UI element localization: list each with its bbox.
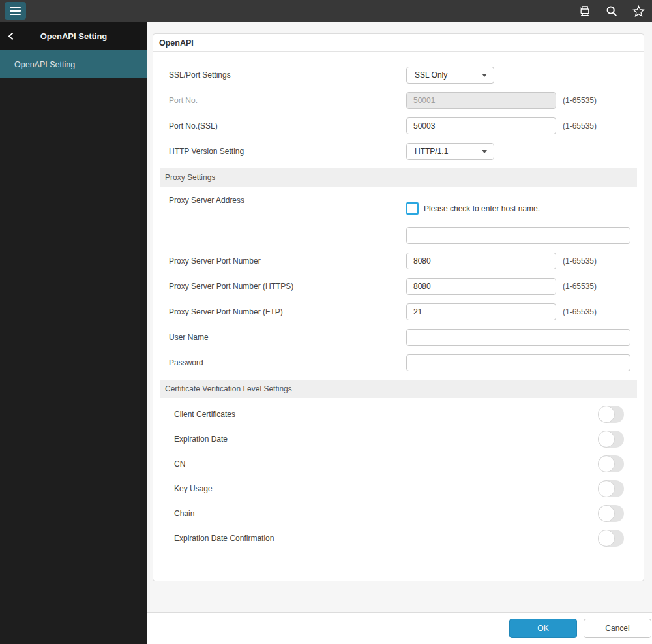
toggle-knob xyxy=(598,505,615,522)
proxy-server-address-row: Proxy Server Address Please check to ent… xyxy=(153,196,644,244)
expiration-date-confirmation-label: Expiration Date Confirmation xyxy=(153,534,598,543)
user-name-row: User Name xyxy=(153,329,644,346)
search-icon[interactable] xyxy=(604,4,619,18)
proxy-server-address-input[interactable] xyxy=(406,227,630,244)
device-printer-icon[interactable] xyxy=(578,4,592,18)
port-no-input xyxy=(406,92,556,109)
proxy-port-ftp-label: Proxy Server Port Number (FTP) xyxy=(153,307,406,316)
port-no-hint: (1-65535) xyxy=(563,96,597,105)
proxy-settings-section-header: Proxy Settings xyxy=(160,168,637,187)
favorite-star-icon[interactable] xyxy=(631,4,645,18)
sidebar-item-openapi-setting[interactable]: OpenAPI Setting xyxy=(0,50,147,78)
certificate-section-header: Certificate Verification Level Settings xyxy=(160,380,637,398)
http-version-value: HTTP/1.1 xyxy=(415,147,448,156)
chain-row: Chain xyxy=(153,505,644,522)
password-input[interactable] xyxy=(406,354,630,371)
port-no-ssl-label: Port No.(SSL) xyxy=(153,121,406,130)
port-no-ssl-row: Port No.(SSL) (1-65535) xyxy=(153,117,644,134)
toggle-knob xyxy=(598,455,615,472)
client-certificates-label: Client Certificates xyxy=(153,410,598,419)
main-content: OpenAPI SSL/Port Settings SSL Only Port … xyxy=(147,22,652,612)
ssl-port-settings-row: SSL/Port Settings SSL Only xyxy=(153,67,644,84)
footer: OK Cancel xyxy=(147,612,652,644)
proxy-port-input[interactable] xyxy=(406,253,556,269)
page-title: OpenAPI xyxy=(153,34,644,52)
port-no-ssl-hint: (1-65535) xyxy=(563,121,597,130)
chain-label: Chain xyxy=(153,509,598,518)
http-version-row: HTTP Version Setting HTTP/1.1 xyxy=(153,143,644,160)
cn-label: CN xyxy=(153,459,598,468)
proxy-port-label: Proxy Server Port Number xyxy=(153,256,406,266)
proxy-port-https-hint: (1-65535) xyxy=(563,282,597,291)
cn-row: CN xyxy=(153,455,644,472)
client-certificates-toggle[interactable] xyxy=(598,406,624,423)
openapi-settings-card: OpenAPI SSL/Port Settings SSL Only Port … xyxy=(153,33,644,581)
hostname-checkbox[interactable] xyxy=(406,202,419,215)
sidebar: OpenAPI Setting OpenAPI Setting xyxy=(0,22,147,644)
ssl-port-settings-label: SSL/Port Settings xyxy=(153,70,406,80)
expiration-date-toggle[interactable] xyxy=(598,431,624,448)
expiration-date-row: Expiration Date xyxy=(153,431,644,448)
topbar-icons xyxy=(578,4,645,18)
chevron-down-icon xyxy=(482,74,487,77)
key-usage-toggle[interactable] xyxy=(598,480,624,497)
user-name-label: User Name xyxy=(153,333,406,342)
proxy-port-row: Proxy Server Port Number (1-65535) xyxy=(153,253,644,269)
proxy-port-https-input[interactable] xyxy=(406,278,556,295)
port-no-label: Port No. xyxy=(153,96,406,105)
cancel-button[interactable]: Cancel xyxy=(584,619,651,638)
expiration-date-confirmation-row: Expiration Date Confirmation xyxy=(153,530,644,547)
port-no-ssl-input[interactable] xyxy=(406,117,556,134)
toggle-knob xyxy=(598,406,615,423)
proxy-port-ftp-row: Proxy Server Port Number (FTP) (1-65535) xyxy=(153,303,644,320)
http-version-label: HTTP Version Setting xyxy=(153,147,406,156)
cn-toggle[interactable] xyxy=(598,455,624,472)
proxy-port-https-row: Proxy Server Port Number (HTTPS) (1-6553… xyxy=(153,278,644,295)
key-usage-label: Key Usage xyxy=(153,484,598,493)
password-row: Password xyxy=(153,354,644,371)
chevron-down-icon xyxy=(482,150,487,153)
hostname-checkbox-label: Please check to enter host name. xyxy=(424,204,540,213)
proxy-port-ftp-hint: (1-65535) xyxy=(563,307,597,316)
ssl-port-settings-select[interactable]: SSL Only xyxy=(406,67,494,84)
proxy-port-https-label: Proxy Server Port Number (HTTPS) xyxy=(153,282,406,291)
user-name-input[interactable] xyxy=(406,329,630,346)
chain-toggle[interactable] xyxy=(598,505,624,522)
sidebar-title: OpenAPI Setting xyxy=(0,31,147,41)
proxy-server-address-label: Proxy Server Address xyxy=(153,196,406,205)
port-no-row: Port No. (1-65535) xyxy=(153,92,644,109)
client-certificates-row: Client Certificates xyxy=(153,406,644,423)
key-usage-row: Key Usage xyxy=(153,480,644,497)
toggle-knob xyxy=(598,530,615,547)
hamburger-icon xyxy=(10,7,21,8)
password-label: Password xyxy=(153,358,406,367)
topbar xyxy=(0,0,652,22)
ok-button[interactable]: OK xyxy=(509,619,577,638)
expiration-date-confirmation-toggle[interactable] xyxy=(598,530,624,547)
main-area: OpenAPI SSL/Port Settings SSL Only Port … xyxy=(147,22,652,644)
toggle-knob xyxy=(598,480,615,497)
back-chevron-icon[interactable] xyxy=(8,22,14,50)
expiration-date-label: Expiration Date xyxy=(153,435,598,444)
toggle-knob xyxy=(598,431,615,448)
proxy-port-hint: (1-65535) xyxy=(563,256,597,266)
http-version-select[interactable]: HTTP/1.1 xyxy=(406,143,494,160)
ssl-port-settings-value: SSL Only xyxy=(415,70,447,80)
sidebar-header: OpenAPI Setting xyxy=(0,22,147,50)
menu-button[interactable] xyxy=(5,2,26,20)
proxy-port-ftp-input[interactable] xyxy=(406,303,556,320)
